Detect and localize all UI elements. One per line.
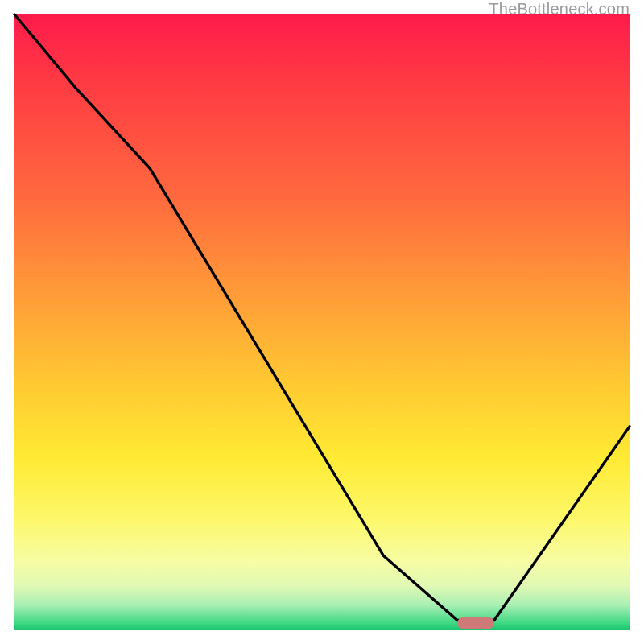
bottleneck-curve bbox=[14, 14, 630, 630]
chart-stage: TheBottleneck.com bbox=[0, 0, 644, 644]
optimum-marker bbox=[457, 617, 494, 629]
bottleneck-curve-path bbox=[14, 14, 630, 621]
